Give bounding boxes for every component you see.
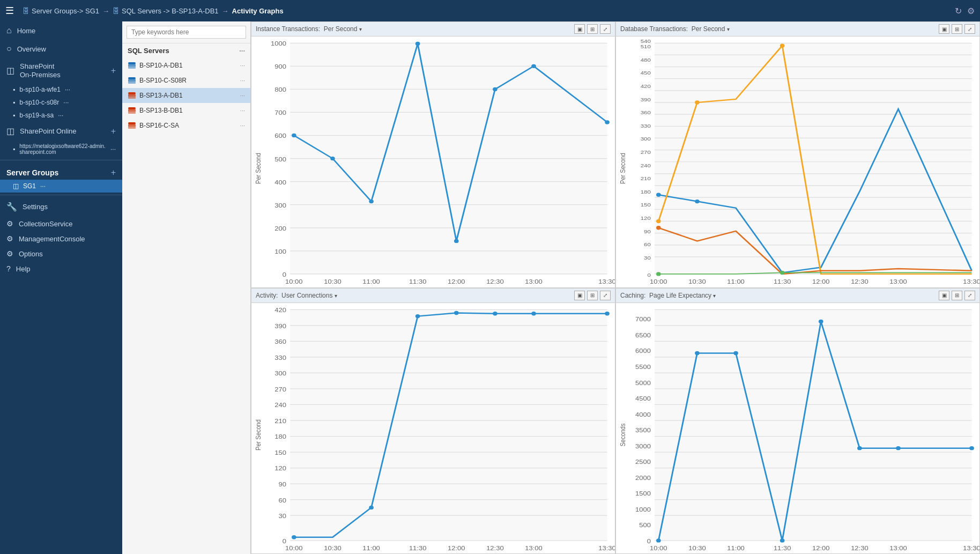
sql-item-more[interactable]: ··· (240, 122, 245, 129)
chart-db-ctrl-grid[interactable]: ⊞ (952, 24, 962, 34)
chart-activity-dropdown[interactable]: ▾ (335, 293, 337, 299)
sidebar-item-settings[interactable]: 🔧 Settings (0, 197, 122, 216)
sg1-more-icon[interactable]: ··· (40, 182, 46, 190)
chart-ctrl-grid[interactable]: ⊞ (587, 24, 598, 34)
chart-caching-title[interactable]: Caching: Page Life Expectancy ▾ (620, 292, 716, 299)
svg-text:120: 120 (641, 215, 651, 221)
chart-caching-ctrl-single[interactable]: ▣ (939, 291, 949, 300)
sql-db-icon-red (128, 91, 136, 100)
chart-caching-title-text: Caching: (620, 292, 648, 299)
svg-text:11:00: 11:00 (362, 545, 380, 552)
svg-text:450: 450 (641, 70, 651, 76)
sidebar-sub-item-sharepoint-online-url[interactable]: ▪ https://metalogixsoftware622-admin.sha… (0, 141, 122, 158)
sql-item-more[interactable]: ··· (240, 62, 245, 69)
svg-text:2000: 2000 (635, 474, 651, 481)
svg-point-203 (819, 319, 823, 323)
sidebar-item-collection-service[interactable]: ⚙ CollectionService (0, 216, 122, 231)
breadcrumb-server-groups-label: Server Groups-> SG1 (32, 7, 99, 15)
sidebar-item-sharepoint-on-premises[interactable]: ◫ SharePointOn-Premises + (0, 58, 122, 83)
svg-rect-0 (128, 62, 136, 64)
chart-caching-ctrl-expand[interactable]: ⤢ (964, 291, 975, 300)
chart-db-controls: ▣ ⊞ ⤢ (939, 24, 975, 34)
chart-instance-dropdown[interactable]: ▾ (359, 26, 362, 32)
svg-text:13:30: 13:30 (598, 545, 615, 552)
breadcrumb-item-sql-servers[interactable]: 🗄 SQL Servers -> B-SP13-A-DB1 (113, 7, 219, 15)
add-server-group-icon[interactable]: + (111, 168, 116, 178)
sql-item-b-sp13-b-db1[interactable]: B-SP13-B-DB1 ··· (122, 103, 250, 118)
svg-text:13:00: 13:00 (889, 278, 907, 285)
chart-caching-ctrl-grid[interactable]: ⊞ (952, 291, 962, 300)
sidebar-item-overview[interactable]: ○ Overview (0, 40, 122, 58)
svg-text:60: 60 (278, 497, 286, 504)
more-icon[interactable]: ··· (110, 145, 116, 153)
breadcrumb-item-activity-graphs[interactable]: Activity Graphs (232, 7, 284, 15)
chart-db-title[interactable]: Database Transactions: Per Second ▾ (620, 25, 730, 33)
sidebar-item-help[interactable]: ? Help (0, 261, 122, 276)
settings-wrench-icon: 🔧 (6, 202, 17, 212)
sidebar-sub-item-b-sp10-a-wfe1[interactable]: ▪ b-sp10-a-wfe1 ··· (0, 83, 122, 96)
sub-item-label: b-sp10-c-s08r (19, 99, 59, 106)
sql-item-more[interactable]: ··· (240, 92, 245, 99)
sql-item-more[interactable]: ··· (240, 77, 245, 84)
chart-db-dropdown[interactable]: ▾ (727, 26, 730, 32)
sql-item-b-sp16-c-sa[interactable]: B-SP16-C-SA ··· (122, 118, 250, 133)
chart-instance-title[interactable]: Instance Transactions: Per Second ▾ (256, 25, 362, 33)
sidebar-sub-item-b-sp10-c-s08r[interactable]: ▪ b-sp10-c-s08r ··· (0, 96, 122, 109)
chart-activity-title[interactable]: Activity: User Connections ▾ (256, 292, 337, 299)
hamburger-menu[interactable]: ☰ (5, 5, 14, 17)
svg-text:10:30: 10:30 (688, 545, 706, 552)
settings-icon[interactable]: ⚙ (967, 6, 975, 16)
svg-point-109 (656, 226, 661, 230)
svg-rect-9 (128, 107, 136, 109)
sidebar-sub-item-b-sp19-a-sa[interactable]: ▪ b-sp19-a-sa ··· (0, 109, 122, 122)
chart-db-ctrl-single[interactable]: ▣ (939, 24, 949, 34)
sidebar-item-home[interactable]: ⌂ Home (0, 21, 122, 40)
svg-text:12:30: 12:30 (851, 278, 868, 285)
svg-text:0: 0 (647, 272, 650, 278)
sql-db-icon-red-3 (128, 121, 136, 130)
chart-activity-ctrl-single[interactable]: ▣ (574, 291, 585, 300)
chart-db-ctrl-expand[interactable]: ⤢ (964, 24, 975, 34)
refresh-icon[interactable]: ↻ (955, 6, 962, 16)
sql-item-more[interactable]: ··· (240, 107, 245, 114)
sidebar-divider-2 (0, 195, 122, 195)
search-input[interactable] (127, 26, 246, 39)
chart-activity-ctrl-expand[interactable]: ⤢ (600, 291, 611, 300)
chart-ctrl-expand[interactable]: ⤢ (600, 24, 611, 34)
sql-item-b-sp10-c-s08r[interactable]: B-SP10-C-S08R ··· (122, 73, 250, 88)
svg-point-206 (969, 446, 974, 449)
svg-text:540: 540 (641, 38, 651, 44)
svg-text:0: 0 (283, 537, 287, 544)
svg-point-157 (531, 311, 536, 315)
svg-text:270: 270 (641, 149, 651, 155)
svg-text:10:00: 10:00 (285, 545, 303, 552)
add-online-icon[interactable]: + (111, 127, 116, 136)
svg-text:330: 330 (641, 123, 651, 129)
sidebar-item-sharepoint-online[interactable]: ◫ SharePoint Online + (0, 122, 122, 141)
sidebar-item-management-console[interactable]: ⚙ ManagementConsole (0, 231, 122, 246)
svg-text:Seconds: Seconds (619, 423, 627, 446)
sidebar-sub-item-sg1[interactable]: ◫ SG1 ··· (0, 180, 122, 193)
svg-text:0: 0 (647, 537, 651, 544)
svg-rect-4 (128, 79, 136, 82)
sql-item-b-sp10-a-db1[interactable]: B-SP10-A-DB1 ··· (122, 58, 250, 73)
sql-more-icon[interactable]: ··· (239, 47, 245, 55)
more-icon[interactable]: ··· (63, 99, 69, 106)
breadcrumb-item-server-groups[interactable]: 🗄 Server Groups-> SG1 (23, 7, 99, 15)
svg-text:420: 420 (641, 83, 651, 89)
chart-db-subtitle: Per Second (692, 25, 725, 33)
sidebar-item-options[interactable]: ⚙ Options (0, 246, 122, 261)
sql-panel-header: SQL Servers ··· (122, 43, 250, 58)
more-icon[interactable]: ··· (65, 86, 70, 93)
chart-caching-dropdown[interactable]: ▾ (713, 293, 716, 299)
chart-activity-ctrl-grid[interactable]: ⊞ (587, 291, 598, 300)
add-sharepoint-icon[interactable]: + (111, 66, 116, 76)
sql-item-b-sp13-a-db1[interactable]: B-SP13-A-DB1 ··· (122, 88, 250, 103)
chart-ctrl-single[interactable]: ▣ (574, 24, 585, 34)
svg-point-104 (656, 193, 661, 197)
svg-text:11:00: 11:00 (727, 545, 745, 552)
more-icon[interactable]: ··· (58, 112, 63, 119)
svg-text:360: 360 (641, 109, 651, 115)
management-icon: ⚙ (6, 234, 13, 243)
server-icon: ▪ (13, 86, 15, 93)
